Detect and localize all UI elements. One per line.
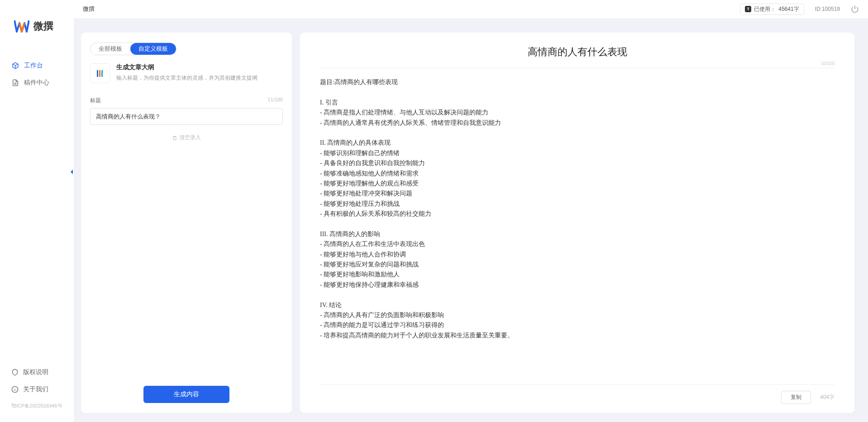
tab-custom-templates[interactable]: 自定义模板 [130, 43, 176, 55]
user-id: ID:100519 [815, 6, 840, 12]
power-icon[interactable] [851, 5, 859, 13]
copy-button[interactable]: 复制 [781, 391, 811, 404]
sidebar: 微撰 工作台 稿件中心 版权说明 [0, 0, 74, 422]
clear-button[interactable]: 清空录入 [90, 134, 283, 142]
tab-all-templates[interactable]: 全部模板 [91, 43, 130, 55]
field-count: 11/100 [267, 97, 283, 104]
clear-label: 清空录入 [179, 134, 201, 142]
nav: 工作台 稿件中心 [0, 48, 74, 356]
output-title: 高情商的人有什么表现 [320, 45, 835, 59]
info-icon [11, 386, 19, 393]
usage-value: 45641字 [778, 5, 799, 13]
output-header: 高情商的人有什么表现 10/100 [320, 45, 835, 68]
word-count: 404字 [820, 394, 835, 401]
trash-icon [172, 135, 177, 141]
output-title-count: 10/100 [820, 61, 835, 66]
content: 全部模板 自定义模板 生成文章大纲 输入标题，为你提供文章主体的灵感，并为其创建… [74, 18, 868, 422]
nav-item-workspace[interactable]: 工作台 [0, 57, 74, 74]
template-card: 生成文章大纲 输入标题，为你提供文章主体的灵感，并为其创建推文提纲 [90, 63, 283, 83]
main: 微撰 T 已使用： 45641字 ID:100519 全部模板 自定义模板 [74, 0, 868, 422]
template-desc: 输入标题，为你提供文章主体的灵感，并为其创建推文提纲 [116, 74, 283, 82]
document-icon [11, 79, 19, 87]
template-title: 生成文章大纲 [116, 63, 283, 71]
template-info: 生成文章大纲 输入标题，为你提供文章主体的灵感，并为其创建推文提纲 [116, 63, 283, 82]
template-tabs: 全部模板 自定义模板 [90, 43, 176, 55]
page-title: 微撰 [83, 5, 95, 13]
template-icon [90, 63, 110, 83]
footer-about[interactable]: 关于我们 [0, 381, 74, 398]
nav-label: 稿件中心 [24, 79, 49, 87]
footer-copyright[interactable]: 版权说明 [0, 364, 74, 381]
logo-icon [14, 18, 30, 34]
usage-label: 已使用： [754, 5, 776, 13]
topbar: 微撰 T 已使用： 45641字 ID:100519 [74, 0, 868, 18]
input-panel: 全部模板 自定义模板 生成文章大纲 输入标题，为你提供文章主体的灵感，并为其创建… [81, 33, 292, 413]
output-panel: 高情商的人有什么表现 10/100 题目:高情商的人有哪些表现 I. 引言 - … [300, 33, 854, 413]
footer-label: 版权说明 [23, 368, 48, 376]
shield-icon [11, 369, 19, 376]
output-footer: 复制 404字 [320, 384, 835, 404]
field-header: 标题 11/100 [90, 97, 283, 104]
nav-label: 工作台 [24, 62, 43, 70]
logo: 微撰 [0, 0, 74, 48]
output-body: 题目:高情商的人有哪些表现 I. 引言 - 高情商是指人们处理情绪、与他人互动以… [320, 77, 835, 379]
logo-text: 微撰 [33, 19, 53, 33]
generate-button[interactable]: 生成内容 [143, 386, 229, 403]
sidebar-collapse[interactable] [68, 167, 75, 176]
license-text: 鄂ICP备2022016946号 [0, 398, 74, 414]
nav-item-drafts[interactable]: 稿件中心 [0, 74, 74, 91]
field-label: 标题 [90, 97, 101, 104]
title-input[interactable] [90, 108, 283, 125]
sidebar-footer: 版权说明 关于我们 鄂ICP备2022016946号 [0, 356, 74, 422]
footer-label: 关于我们 [23, 385, 48, 394]
topbar-right: T 已使用： 45641字 ID:100519 [740, 4, 859, 15]
usage-badge[interactable]: T 已使用： 45641字 [740, 4, 804, 15]
text-icon: T [745, 6, 751, 12]
cube-icon [11, 62, 19, 70]
